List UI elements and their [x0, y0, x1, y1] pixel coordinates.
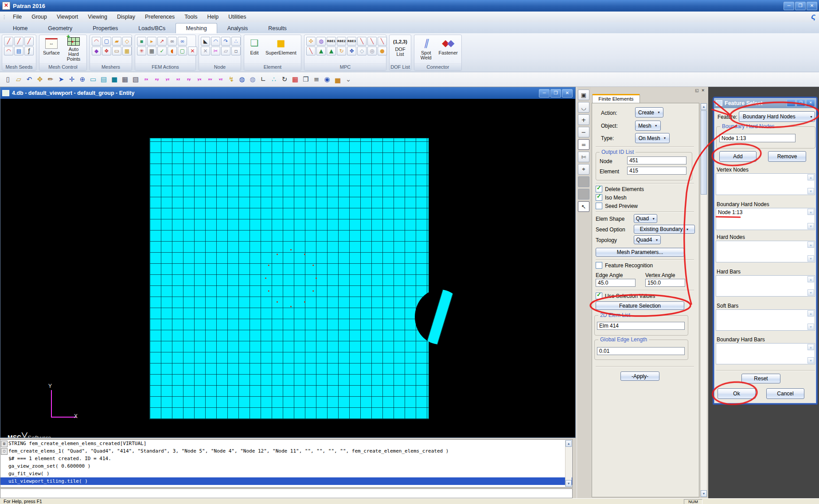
hard-bars-listbox[interactable]	[716, 275, 815, 297]
menu-help[interactable]: Help	[202, 12, 223, 21]
eye-icon[interactable]: ◉	[322, 74, 332, 85]
rotate-screen-icon[interactable]: ◍	[247, 74, 258, 85]
hard-nodes-listbox[interactable]	[716, 241, 815, 262]
node-id-field[interactable]: 451	[627, 156, 686, 164]
undo-icon[interactable]: ↶	[24, 74, 35, 85]
list-down-icon[interactable]	[807, 324, 814, 330]
apply-button[interactable]: -Apply-	[620, 371, 659, 381]
iso-mesh-checkbox[interactable]: Iso Mesh	[596, 194, 627, 201]
view-front-icon[interactable]: zx	[141, 74, 152, 85]
tab-meshing[interactable]: Meshing	[176, 23, 217, 33]
vertex-nodes-listbox[interactable]	[716, 173, 815, 195]
tab-geometry[interactable]: Geometry	[38, 23, 82, 33]
cut-icon[interactable]: ✄	[578, 152, 589, 162]
seed-option-dropdown[interactable]: Existing Boundary	[634, 225, 695, 234]
boundary-hard-bars-listbox[interactable]	[716, 343, 815, 364]
menu-group[interactable]: Group	[27, 12, 52, 21]
panel-scroll-up-icon[interactable]: ▲	[701, 103, 707, 110]
paver-mesh-icon[interactable]: ◇	[122, 37, 132, 46]
close-button[interactable]	[807, 2, 817, 10]
zoom-icon[interactable]: ⊕	[77, 74, 88, 85]
remove-node-icon[interactable]: ✕	[201, 47, 210, 55]
feature-selection-button[interactable]: Feature Selection	[596, 301, 684, 310]
boundary-hard-nodes-field[interactable]: Node 1:13	[719, 134, 796, 142]
object-dropdown[interactable]: Mesh	[635, 121, 661, 131]
edit-element-button[interactable]: ❏ Edit	[246, 36, 263, 63]
add-button[interactable]: Add	[719, 151, 757, 162]
hiddenline-icon[interactable]: ▤	[98, 74, 109, 85]
command-console[interactable]: ▤ ▢ STRING fem_create_elemen_elems_creat…	[0, 439, 573, 488]
action-dropdown[interactable]: Create	[635, 107, 663, 117]
fit-view-icon[interactable]: ✛	[66, 74, 77, 85]
more-icon[interactable]: ⌄	[343, 74, 354, 85]
function-seed-icon[interactable]: ƒ	[24, 47, 34, 55]
auto-hard-points-button[interactable]: Auto Hard Points	[62, 36, 85, 63]
flag-icon[interactable]: ▸	[147, 37, 156, 46]
graphics-canvas[interactable]: Y X MSC╳Software	[0, 99, 575, 438]
view-top-icon[interactable]: zy	[183, 74, 194, 85]
equivalence-icon[interactable]: ✳	[137, 47, 146, 55]
element-id-field[interactable]: 415	[627, 167, 686, 175]
disassociate-icon[interactable]: ∞	[178, 37, 187, 46]
panel-scroll-down-icon[interactable]: ▼	[701, 490, 707, 497]
elem-shape-dropdown[interactable]: Quad	[634, 214, 657, 223]
console-scroll-up-icon[interactable]: ▲	[566, 440, 572, 447]
viewport-copy-icon[interactable]: ▣	[578, 90, 589, 100]
associate-icon[interactable]: ∞	[168, 37, 177, 46]
console-scrollbar[interactable]: ▲ ▼	[565, 440, 572, 487]
rbe2-icon[interactable]: RBE2	[337, 37, 346, 46]
console-scroll-down-icon[interactable]: ▼	[566, 480, 572, 487]
one-way-seed-icon[interactable]: ╱	[14, 37, 23, 46]
cyclic-mpc-icon[interactable]: ◍	[316, 37, 326, 46]
optimize-icon[interactable]: ▦	[147, 47, 156, 55]
list-down-icon[interactable]	[807, 357, 814, 363]
sweep-mesh-icon[interactable]: ▰	[112, 37, 121, 46]
menu-tools[interactable]: Tools	[179, 12, 202, 21]
tab-loads-bcs[interactable]: Loads/BCs	[128, 23, 176, 33]
list-down-icon[interactable]	[807, 188, 814, 194]
viewport-close-button[interactable]	[562, 89, 573, 98]
dialog-titlebar[interactable]: Feature Select	[714, 98, 816, 108]
dof-list-button[interactable]: (1,2,3) DOF List	[391, 36, 410, 57]
tabular-seed-icon[interactable]: ▤	[14, 47, 23, 55]
cube-pair-icon[interactable]: ❒	[300, 74, 311, 85]
layout-icon[interactable]: ▧	[130, 74, 141, 85]
menu-file[interactable]: File	[8, 12, 27, 21]
advanced-mesh-icon[interactable]: ▦	[122, 47, 132, 55]
rigid-tri-icon[interactable]: ▲	[316, 47, 326, 55]
project-node-icon[interactable]: ▱	[221, 47, 230, 55]
use-selection-values-checkbox[interactable]: Use Selection Values	[596, 293, 655, 299]
panel-scroll-thumb[interactable]	[701, 110, 707, 195]
feature-recognition-checkbox[interactable]: Feature Recognition	[596, 262, 653, 269]
list-up-icon[interactable]	[807, 310, 814, 316]
command-input[interactable]	[0, 488, 573, 498]
global-edge-length-field[interactable]: 0.01	[597, 347, 685, 355]
target-select-icon[interactable]: ⌖	[578, 164, 589, 175]
angles-icon[interactable]: ↯	[226, 74, 237, 85]
console-close-icon[interactable]: ▤	[1, 441, 8, 447]
rbar-icon[interactable]: ╲	[378, 37, 387, 46]
panel-close-icon[interactable]: ✕	[701, 88, 705, 93]
view-back-icon[interactable]: xy	[152, 74, 162, 85]
menu-utilities[interactable]: Utilities	[223, 12, 251, 21]
sliding-icon[interactable]: ↻	[337, 47, 346, 55]
menu-display[interactable]: Display	[112, 12, 140, 21]
ok-button[interactable]: Ok	[718, 388, 756, 399]
list-down-icon[interactable]	[807, 255, 814, 262]
shaded-icon[interactable]: ■	[109, 74, 120, 85]
rtrplt-icon[interactable]: ╲	[306, 47, 316, 55]
view-iso2-icon[interactable]: vz	[215, 74, 226, 85]
list-up-icon[interactable]	[807, 209, 814, 215]
list-down-icon[interactable]	[807, 223, 814, 229]
rotate-world-icon[interactable]: ◍	[237, 74, 247, 85]
tab-analysis[interactable]: Analysis	[217, 23, 258, 33]
viewport-maximize-button[interactable]	[550, 89, 561, 98]
brush-icon[interactable]: ✏	[45, 74, 56, 85]
create-node-icon[interactable]: ◣	[201, 37, 210, 46]
dialog-maximize-button[interactable]	[796, 99, 805, 107]
swatch2-icon[interactable]	[578, 189, 589, 199]
list-up-icon[interactable]	[807, 242, 814, 248]
solid-mesh-icon[interactable]: ◆	[92, 47, 101, 55]
list-up-icon[interactable]	[807, 174, 814, 180]
minimize-button[interactable]	[784, 2, 794, 10]
